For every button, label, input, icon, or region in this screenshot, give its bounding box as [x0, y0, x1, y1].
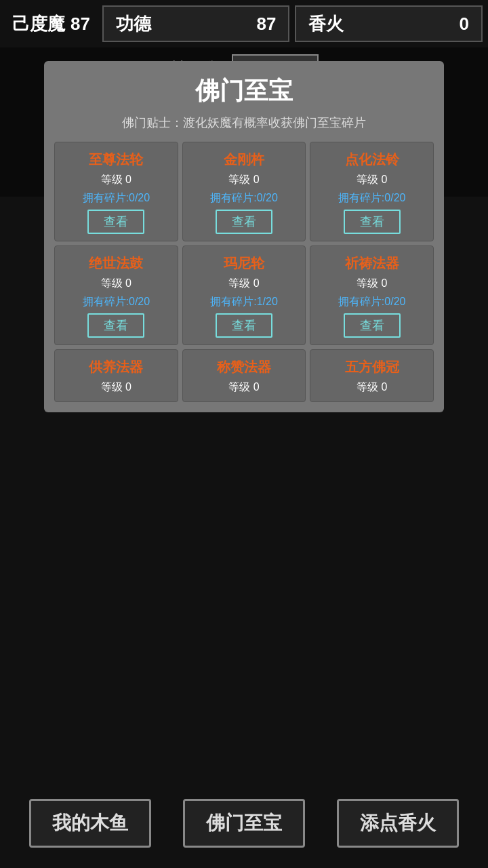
modal-title: 佛门至宝 — [54, 75, 434, 108]
item-level-0: 等级 0 — [101, 173, 131, 187]
item-cell-5: 祈祷法器等级 0拥有碎片:0/20查看 — [310, 245, 434, 345]
item-view-button-5[interactable]: 查看 — [344, 313, 401, 338]
item-cell-2: 点化法铃等级 0拥有碎片:0/20查看 — [310, 142, 434, 241]
item-level-4: 等级 0 — [228, 277, 259, 291]
item-level-5: 等级 0 — [357, 277, 387, 291]
items-grid: 至尊法轮等级 0拥有碎片:0/20查看金刚杵等级 0拥有碎片:0/20查看点化法… — [54, 142, 434, 402]
item-shards-0: 拥有碎片:0/20 — [83, 191, 150, 205]
item-shards-1: 拥有碎片:0/20 — [210, 191, 278, 205]
item-shards-3: 拥有碎片:0/20 — [83, 295, 150, 309]
gongde-box: 功德 87 — [102, 5, 290, 42]
gongde-label: 功德 — [116, 12, 151, 36]
item-level-3: 等级 0 — [101, 277, 131, 291]
item-name-3: 绝世法鼓 — [89, 254, 143, 273]
item-level-7: 等级 0 — [228, 380, 259, 395]
item-view-button-3[interactable]: 查看 — [87, 313, 144, 338]
item-level-1: 等级 0 — [228, 173, 259, 187]
demon-label: 己度魔 — [12, 12, 65, 36]
item-level-8: 等级 0 — [357, 380, 387, 395]
item-cell-6: 供养法器等级 0 — [54, 349, 178, 402]
modal-panel: 佛门至宝 佛门贴士：渡化妖魔有概率收获佛门至宝碎片 至尊法轮等级 0拥有碎片:0… — [44, 61, 444, 412]
item-name-8: 五方佛冠 — [345, 358, 399, 376]
bottom-nav: 我的木鱼 佛门至宝 添点香火 — [0, 799, 488, 848]
item-name-0: 至尊法轮 — [89, 151, 143, 169]
item-cell-7: 称赞法器等级 0 — [182, 349, 306, 402]
xianghua-box: 香火 0 — [295, 5, 483, 42]
item-shards-5: 拥有碎片:0/20 — [338, 295, 406, 309]
add-xianghua-button[interactable]: 添点香火 — [337, 799, 459, 848]
item-cell-8: 五方佛冠等级 0 — [310, 349, 434, 402]
modal-hint: 佛门贴士：渡化妖魔有概率收获佛门至宝碎片 — [54, 115, 434, 131]
item-view-button-1[interactable]: 查看 — [216, 210, 272, 234]
my-muyu-button[interactable]: 我的木鱼 — [29, 799, 151, 848]
demon-stat: 己度魔 87 — [5, 5, 97, 42]
item-view-button-0[interactable]: 查看 — [87, 210, 144, 234]
item-name-2: 点化法铃 — [345, 151, 399, 169]
item-name-4: 玛尼轮 — [224, 254, 264, 273]
gongde-value: 87 — [257, 14, 277, 35]
item-shards-4: 拥有碎片:1/20 — [210, 295, 278, 309]
item-name-7: 称赞法器 — [217, 358, 271, 376]
top-bar: 己度魔 87 功德 87 香火 0 — [0, 0, 488, 47]
item-shards-2: 拥有碎片:0/20 — [338, 191, 406, 205]
item-view-button-2[interactable]: 查看 — [344, 210, 401, 234]
item-name-1: 金刚杵 — [224, 151, 264, 169]
item-name-6: 供养法器 — [89, 358, 143, 376]
item-level-2: 等级 0 — [357, 173, 387, 187]
item-view-button-4[interactable]: 查看 — [216, 313, 272, 338]
item-level-6: 等级 0 — [101, 380, 131, 395]
item-name-5: 祈祷法器 — [345, 254, 399, 273]
foment-treasure-button[interactable]: 佛门至宝 — [183, 799, 305, 848]
xianghua-value: 0 — [460, 14, 469, 35]
item-cell-1: 金刚杵等级 0拥有碎片:0/20查看 — [182, 142, 306, 241]
item-cell-0: 至尊法轮等级 0拥有碎片:0/20查看 — [54, 142, 178, 241]
xianghua-label: 香火 — [308, 12, 344, 36]
item-cell-3: 绝世法鼓等级 0拥有碎片:0/20查看 — [54, 245, 178, 345]
item-cell-4: 玛尼轮等级 0拥有碎片:1/20查看 — [182, 245, 306, 345]
demon-value: 87 — [70, 14, 90, 35]
